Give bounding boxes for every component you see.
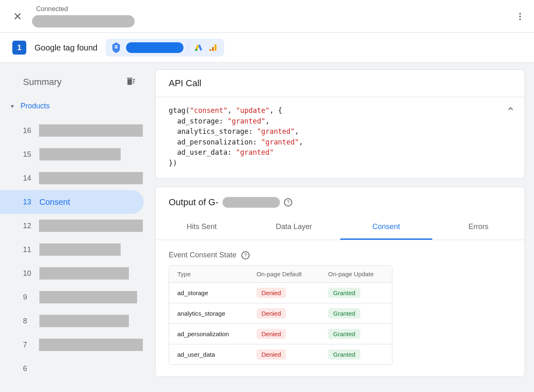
output-prefix: Output of G- [169,197,218,208]
gtag-icon [111,42,121,53]
tab-errors[interactable]: Errors [432,215,525,240]
tab-consent[interactable]: Consent [340,215,433,240]
event-item[interactable]: 10 [0,261,148,285]
event-number: 12 [23,222,33,230]
consent-section-label: Event Consent State [169,251,236,259]
status-badge: Denied [257,288,286,298]
tag-id-masked [126,42,183,53]
status-badge: Denied [257,308,286,319]
table-row: ad_storageDeniedGranted [169,283,392,303]
caret-down-icon: ▼ [10,103,15,109]
event-item[interactable]: 12 [0,214,148,238]
main: Summary ▼ Products 16151413Consent121110… [0,63,534,392]
topbar: ✕ Connected [0,0,534,33]
more-menu-icon[interactable] [516,9,524,23]
table-header: Type [169,266,248,283]
event-name: Consent [39,197,70,207]
event-number: 7 [23,341,33,349]
status-badge: Granted [328,349,360,360]
consent-section-title: Event Consent State ? [156,240,525,265]
consent-type: ad_personalization [169,324,248,344]
event-name-masked [39,124,143,137]
status-badge: Granted [328,288,360,298]
svg-rect-8 [133,83,134,83]
table-header: On-page Default [248,266,320,283]
event-number: 13 [23,198,34,206]
event-item[interactable]: 9 [0,285,148,309]
table-row: analytics_storageDeniedGranted [169,303,392,324]
event-name-masked [39,172,143,184]
connection-url-masked [32,15,135,28]
svg-point-5 [209,49,211,51]
event-item[interactable]: 14 [0,166,148,190]
output-card: Output of G- ? Hits SentData LayerConsen… [155,187,525,377]
google-analytics-icon [209,42,218,53]
close-icon[interactable]: ✕ [13,11,22,22]
status-badge: Denied [257,349,286,360]
svg-rect-1 [115,47,118,48]
event-item[interactable]: 11 [0,238,148,261]
event-item[interactable]: 6 [0,357,148,381]
event-number: 6 [23,364,34,373]
table-row: ad_personalizationDeniedGranted [169,324,392,344]
consent-table: TypeOn-page DefaultOn-page Update ad_sto… [169,265,392,365]
collapse-icon[interactable] [506,105,515,116]
chip-divider [188,42,189,53]
output-header: Output of G- ? [156,187,525,208]
event-name-masked [39,220,143,232]
api-call-code: gtag("consent", "update", { ad_storage: … [156,97,525,178]
consent-default: Denied [248,344,320,364]
svg-rect-6 [133,79,135,80]
event-name-masked [39,267,129,280]
api-call-card: API Call gtag("consent", "update", { ad_… [155,69,525,179]
consent-update: Granted [320,344,392,364]
tab-data-layer[interactable]: Data Layer [248,215,340,240]
connection-info: Connected [32,5,135,28]
consent-type: analytics_storage [169,303,248,324]
event-list: 16151413Consent1211109876 [0,119,148,381]
event-number: 15 [23,150,34,159]
svg-rect-7 [133,81,135,82]
consent-type: ad_user_data [169,344,248,364]
event-name-masked [39,243,121,256]
event-number: 14 [23,174,33,183]
tab-hits-sent[interactable]: Hits Sent [156,215,248,240]
svg-rect-3 [215,44,217,51]
event-item[interactable]: 7 [0,333,148,357]
consent-default: Denied [248,283,320,303]
products-section-header[interactable]: ▼ Products [0,98,148,115]
event-name-masked [39,291,137,303]
event-number: 10 [23,269,34,278]
summary-label: Summary [23,77,62,87]
event-name-masked [39,339,143,351]
table-header: On-page Update [320,266,392,283]
event-name-masked [39,148,121,160]
consent-default: Denied [248,303,320,324]
status-badge: Granted [328,308,360,319]
products-label: Products [21,102,50,110]
connected-label: Connected [36,5,135,13]
event-number: 16 [23,126,33,135]
event-item[interactable]: 16 [0,119,148,142]
svg-rect-4 [212,47,214,51]
event-number: 9 [23,293,34,302]
summary-row[interactable]: Summary [0,73,148,98]
tag-chip[interactable] [105,39,224,57]
help-icon[interactable]: ? [241,251,250,259]
help-icon[interactable]: ? [284,198,292,206]
status-badge: Granted [328,329,360,339]
event-item-consent[interactable]: 13Consent [0,190,144,214]
consent-update: Granted [320,283,392,303]
tag-count-badge: 1 [12,41,26,55]
event-number: 8 [23,317,34,326]
clear-all-icon[interactable] [125,76,135,88]
consent-default: Denied [248,324,320,344]
status-badge: Denied [257,329,286,339]
api-call-title: API Call [156,70,525,97]
event-item[interactable]: 15 [0,142,148,166]
event-item[interactable]: 8 [0,309,148,333]
subbar-title: Google tag found [34,43,97,53]
consent-update: Granted [320,303,392,324]
google-ads-icon [194,42,204,53]
event-number: 11 [23,245,34,254]
